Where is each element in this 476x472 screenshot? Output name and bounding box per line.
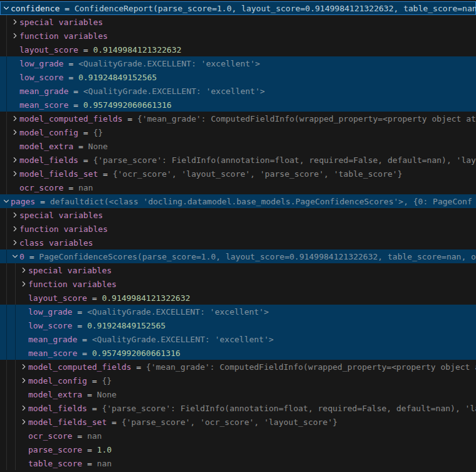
chevron-right-icon[interactable] xyxy=(19,360,28,374)
variable-row[interactable]: special variables xyxy=(0,208,476,222)
chevron-right-icon[interactable] xyxy=(11,125,19,139)
variable-label: model_extra = None xyxy=(19,142,108,151)
variable-row[interactable]: confidence = ConfidenceReport(parse_scor… xyxy=(0,1,476,15)
chevron-down-icon[interactable] xyxy=(2,1,11,15)
variable-row[interactable]: model_config = {} xyxy=(0,125,476,139)
equals-sign: = xyxy=(131,362,145,372)
variable-value: <QualityGrade.EXCELLENT: 'excellent'> xyxy=(78,59,260,68)
variable-label: model_config = {} xyxy=(28,376,112,385)
chevron-right-icon[interactable] xyxy=(19,401,28,415)
indent-guide xyxy=(6,291,7,305)
chevron-down-icon[interactable] xyxy=(2,194,11,208)
variable-name: layout_score xyxy=(19,45,78,55)
chevron-right-icon[interactable] xyxy=(11,167,19,181)
chevron-right-icon[interactable] xyxy=(11,29,19,43)
chevron-right-icon[interactable] xyxy=(19,263,28,277)
chevron-right-icon[interactable] xyxy=(19,277,28,291)
variable-name: pages xyxy=(11,197,35,206)
chevron-down-icon[interactable] xyxy=(11,249,19,263)
indent-guide xyxy=(6,43,7,56)
variable-row[interactable]: mean_grade = <QualityGrade.EXCELLENT: 'e… xyxy=(0,84,476,98)
variable-row[interactable]: 0 = PageConfidenceScores(parse_score=1.0… xyxy=(0,249,476,263)
chevron-right-icon[interactable] xyxy=(19,415,28,429)
variable-row[interactable]: low_grade = <QualityGrade.EXCELLENT: 'ex… xyxy=(0,305,476,318)
variable-row[interactable]: model_extra = None xyxy=(0,139,476,153)
variable-row[interactable]: layout_score = 0.9149984121322632 xyxy=(0,43,476,56)
variable-row[interactable]: ocr_score = nan xyxy=(0,429,476,443)
variable-name: low_score xyxy=(28,321,72,330)
indent-guide xyxy=(15,346,16,360)
variable-row[interactable]: model_computed_fields = {'mean_grade': C… xyxy=(0,360,476,374)
variable-value: 0.9574992060661316 xyxy=(83,100,172,110)
indent-guide xyxy=(15,415,16,429)
variable-row[interactable]: model_fields_set = {'ocr_score', 'layout… xyxy=(0,167,476,181)
chevron-right-icon[interactable] xyxy=(11,236,19,249)
variable-name: layout_score xyxy=(28,293,87,303)
variable-label: low_score = 0.91924849152565 xyxy=(28,321,166,330)
indent-guide xyxy=(15,305,16,318)
variable-row[interactable]: low_grade = <QualityGrade.EXCELLENT: 'ex… xyxy=(0,56,476,70)
variable-name: model_extra xyxy=(19,142,73,151)
equals-sign: = xyxy=(68,100,83,110)
variable-label: 0 = PageConfidenceScores(parse_score=1.0… xyxy=(19,252,476,261)
debug-variables-tree: confidence = ConfidenceReport(parse_scor… xyxy=(0,0,476,472)
variable-row[interactable]: function variables xyxy=(0,29,476,43)
equals-sign: = xyxy=(78,128,93,137)
variable-row[interactable]: low_score = 0.91924849152565 xyxy=(0,318,476,332)
variable-name: 0 xyxy=(19,252,24,261)
variable-row[interactable]: special variables xyxy=(0,263,476,277)
variable-row[interactable]: pages = defaultdict(<class 'docling.data… xyxy=(0,194,476,208)
variable-row[interactable]: model_config = {} xyxy=(0,374,476,387)
indent-guide xyxy=(6,153,7,167)
twisty-spacer xyxy=(19,291,28,305)
variable-row[interactable]: table_score = nan xyxy=(0,456,476,470)
indent-guide xyxy=(15,332,16,346)
indent-guide xyxy=(6,346,7,360)
variable-row[interactable]: class variables xyxy=(0,236,476,249)
variable-label: class variables xyxy=(19,238,93,248)
twisty-spacer xyxy=(19,332,28,346)
variable-row[interactable]: layout_score = 0.9149984121322632 xyxy=(0,291,476,305)
variable-name: function variables xyxy=(28,280,117,289)
variable-name: mean_grade xyxy=(28,335,77,344)
chevron-right-icon[interactable] xyxy=(11,112,19,125)
variable-row[interactable]: model_fields = {'parse_score': FieldInfo… xyxy=(0,153,476,167)
variable-row[interactable]: model_extra = None xyxy=(0,387,476,401)
chevron-right-icon[interactable] xyxy=(11,15,19,29)
chevron-right-icon[interactable] xyxy=(11,153,19,167)
variable-value: 0.9574992060661316 xyxy=(92,349,181,358)
variable-row[interactable]: function variables xyxy=(0,222,476,236)
variable-label: model_computed_fields = {'mean_grade': C… xyxy=(19,114,476,123)
equals-sign: = xyxy=(68,87,83,96)
variable-row[interactable]: parse_score = 1.0 xyxy=(0,443,476,456)
variable-row[interactable]: ocr_score = nan xyxy=(0,181,476,194)
indent-guide xyxy=(6,139,7,153)
indent-guide xyxy=(15,360,16,374)
twisty-spacer xyxy=(11,84,19,98)
variable-label: layout_score = 0.9149984121322632 xyxy=(28,293,190,303)
variable-row[interactable]: function variables xyxy=(0,277,476,291)
variable-row[interactable]: model_computed_fields = {'mean_grade': C… xyxy=(0,112,476,125)
equals-sign: = xyxy=(72,307,87,317)
indent-guide xyxy=(6,29,7,43)
variable-name: special variables xyxy=(28,266,112,275)
variable-value: 1.0 xyxy=(97,445,112,454)
variable-row[interactable]: low_score = 0.91924849152565 xyxy=(0,70,476,84)
variable-row[interactable]: mean_score = 0.9574992060661316 xyxy=(0,346,476,360)
chevron-right-icon[interactable] xyxy=(11,222,19,236)
variable-row[interactable]: mean_grade = <QualityGrade.EXCELLENT: 'e… xyxy=(0,332,476,346)
indent-guide xyxy=(6,249,7,263)
equals-sign: = xyxy=(122,114,137,123)
indent-guide xyxy=(6,222,7,236)
equals-sign: = xyxy=(24,252,39,261)
variable-row[interactable]: model_fields = {'parse_score': FieldInfo… xyxy=(0,401,476,415)
variable-row[interactable]: model_fields_set = {'parse_score', 'ocr_… xyxy=(0,415,476,429)
chevron-right-icon[interactable] xyxy=(11,208,19,222)
indent-guide xyxy=(6,70,7,84)
equals-sign: = xyxy=(77,335,92,344)
variable-label: low_grade = <QualityGrade.EXCELLENT: 'ex… xyxy=(28,307,269,317)
variable-row[interactable]: special variables xyxy=(0,15,476,29)
variable-row[interactable]: mean_score = 0.9574992060661316 xyxy=(0,98,476,112)
chevron-right-icon[interactable] xyxy=(19,374,28,387)
variable-label: model_computed_fields = {'mean_grade': C… xyxy=(28,362,476,372)
